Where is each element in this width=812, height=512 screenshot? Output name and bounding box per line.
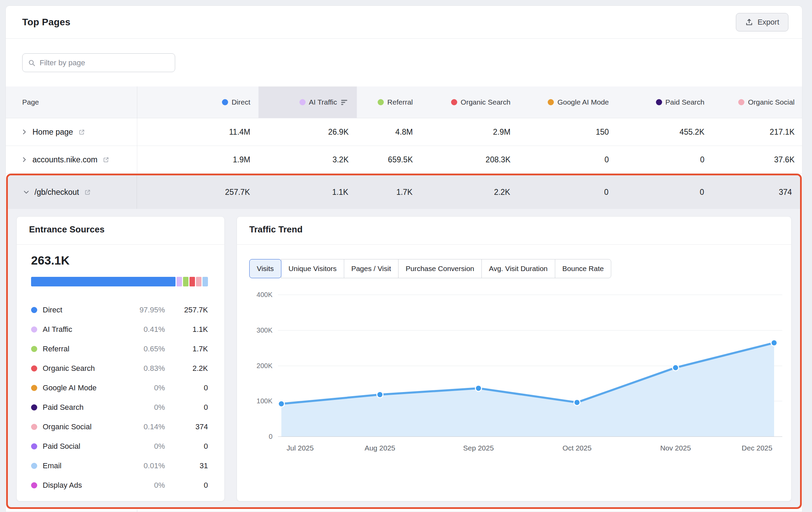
table-row-home-page[interactable]: Home page11.4M26.9K4.8M2.9M150455.2K217.… — [6, 118, 802, 146]
traffic-trend-panel: Traffic Trend VisitsUnique VisitorsPages… — [237, 216, 792, 501]
paid-search-dot — [656, 99, 662, 105]
bar-segment-ai-traffic — [177, 277, 182, 286]
entrance-sources-panel: Entrance Sources 263.1K Direct97.95%257.… — [16, 216, 225, 501]
referral-dot — [378, 99, 384, 105]
ai-traffic-dot — [31, 326, 37, 333]
y-axis-tick: 400K — [237, 290, 272, 299]
column-divider — [137, 510, 137, 512]
entrance-sources-title: Entrance Sources — [29, 224, 212, 235]
value-cell: 2.9M — [421, 118, 519, 146]
page-name: /gb/checkout — [34, 188, 79, 197]
filter-input[interactable] — [40, 58, 169, 67]
y-axis-tick: 0 — [237, 432, 272, 441]
bar-segment-organic-search — [190, 277, 195, 286]
x-axis-tick: Jul 2025 — [286, 444, 313, 452]
bar-segment-email — [202, 277, 208, 286]
direct-dot — [222, 99, 228, 105]
value-cell: 257.7K — [137, 175, 258, 209]
column-header-organic-social[interactable]: Organic Social — [713, 86, 803, 118]
column-header-google-ai-mode[interactable]: Google AI Mode — [519, 86, 617, 118]
tab-pages-visit[interactable]: Pages / Visit — [344, 259, 398, 278]
organic-search-dot — [451, 99, 457, 105]
display-ads-dot — [31, 482, 37, 488]
x-axis-tick: Nov 2025 — [660, 444, 691, 452]
value-cell: 0 — [518, 175, 617, 209]
value-cell: 1.1K — [258, 175, 356, 209]
metric-tabs: VisitsUnique VisitorsPages / VisitPurcha… — [249, 259, 611, 278]
tab-unique-visitors[interactable]: Unique Visitors — [281, 259, 344, 278]
entrance-sources-list: Direct97.95%257.7KAI Traffic0.41%1.1KRef… — [31, 300, 208, 495]
y-axis-tick: 300K — [237, 326, 272, 335]
value-cell: 455.2K — [617, 118, 713, 146]
column-header-paid-search[interactable]: Paid Search — [617, 86, 713, 118]
y-axis-tick: 100K — [237, 396, 272, 405]
data-point — [377, 392, 383, 398]
data-point — [574, 399, 580, 405]
chevron-right-icon[interactable] — [21, 129, 28, 135]
value-cell: 0 — [617, 146, 713, 173]
organic-search-dot — [31, 365, 37, 372]
data-point — [672, 365, 678, 371]
table-header-row: Page DirectAI TrafficReferralOrganic Sea… — [6, 86, 802, 118]
value-cell: 3.2K — [258, 146, 357, 173]
entrance-source-row-email: Email0.01%31 — [31, 456, 208, 475]
entrance-sources-stacked-bar — [31, 277, 208, 286]
chevron-right-icon[interactable] — [21, 156, 28, 163]
search-icon — [28, 59, 36, 67]
visits-line-chart — [278, 217, 782, 442]
google-ai-mode-dot — [31, 385, 37, 391]
x-axis-tick: Aug 2025 — [365, 444, 395, 452]
entrance-source-row-organic-search: Organic Search0.83%2.2K — [31, 359, 208, 378]
external-link-icon[interactable] — [103, 157, 109, 163]
google-ai-mode-dot — [548, 99, 554, 105]
entrance-sources-total: 263.1K — [31, 254, 208, 267]
value-cell: 4.8M — [357, 118, 421, 146]
value-cell: 2.2K — [421, 175, 518, 209]
entrance-source-row-ai-traffic: AI Traffic0.41%1.1K — [31, 320, 208, 339]
filter-field[interactable] — [22, 53, 175, 72]
entrance-source-row-google-ai-mode: Google AI Mode0%0 — [31, 378, 208, 398]
value-cell: 208.3K — [421, 146, 519, 173]
expanded-row-details: Entrance Sources 263.1K Direct97.95%257.… — [8, 209, 800, 507]
entrance-source-row-display-ads: Display Ads0%0 — [31, 475, 208, 495]
data-point — [771, 340, 777, 346]
value-cell: 0 — [519, 146, 617, 173]
column-header-organic-search[interactable]: Organic Search — [421, 86, 519, 118]
x-axis-tick: Oct 2025 — [562, 444, 591, 452]
export-button[interactable]: Export — [736, 13, 788, 31]
column-header-ai-traffic[interactable]: AI Traffic — [258, 86, 357, 118]
column-header-referral[interactable]: Referral — [357, 86, 421, 118]
entrance-source-row-paid-search: Paid Search0%0 — [31, 398, 208, 417]
page-cell: Home page — [6, 118, 137, 146]
chevron-down-icon[interactable] — [23, 189, 30, 196]
table-row-selected[interactable]: /gb/checkout257.7K1.1K1.7K2.2K00374 — [8, 175, 800, 209]
column-header-direct[interactable]: Direct — [137, 86, 258, 118]
entrance-source-row-referral: Referral0.65%1.7K — [31, 339, 208, 359]
x-axis-tick: Sep 2025 — [463, 444, 494, 452]
external-link-icon[interactable] — [84, 189, 91, 196]
organic-social-dot — [738, 99, 744, 105]
y-axis-tick: 200K — [237, 361, 272, 370]
value-cell: 659.5K — [357, 146, 421, 173]
bar-segment-organic-social — [196, 277, 201, 286]
value-cell: 1.9M — [137, 146, 258, 173]
value-cell: 374 — [712, 175, 800, 209]
page-name: accounts.nike.com — [32, 155, 97, 164]
value-cell: 1.7K — [356, 175, 421, 209]
table-row-accounts-nike-com[interactable]: accounts.nike.com1.9M3.2K659.5K208.3K003… — [6, 146, 802, 174]
paid-social-dot — [31, 443, 37, 449]
page-cell: /gb/checkout — [8, 175, 137, 209]
entrance-source-row-direct: Direct97.95%257.7K — [31, 300, 208, 320]
external-link-icon[interactable] — [79, 129, 85, 135]
tab-visits[interactable]: Visits — [249, 259, 281, 278]
value-cell: 26.9K — [258, 118, 357, 146]
value-cell: 0 — [617, 175, 712, 209]
toolbar — [6, 39, 802, 86]
bar-segment-referral — [183, 277, 188, 286]
tab-avg-visit-duration[interactable]: Avg. Visit Duration — [481, 259, 555, 278]
tab-bounce-rate[interactable]: Bounce Rate — [555, 259, 611, 278]
sort-descending-icon — [341, 99, 349, 106]
value-cell: 11.4M — [137, 118, 258, 146]
paid-search-dot — [31, 404, 37, 410]
tab-purchase-conversion[interactable]: Purchase Conversion — [398, 259, 482, 278]
